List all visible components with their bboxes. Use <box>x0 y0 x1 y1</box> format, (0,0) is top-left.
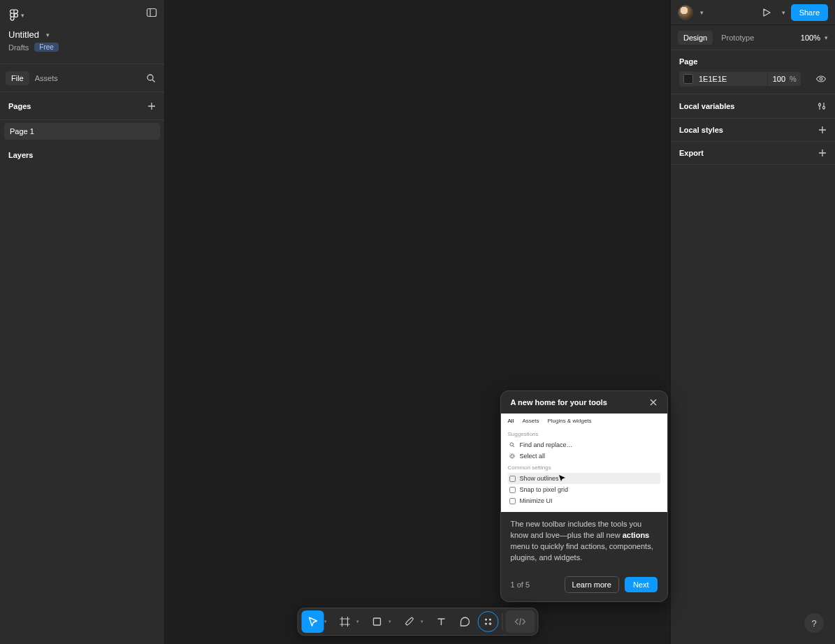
share-button[interactable]: Share <box>791 4 828 21</box>
present-chevron-icon[interactable]: ▾ <box>782 9 785 16</box>
svg-point-3 <box>147 75 153 80</box>
preview-common-row: Show outlines <box>508 473 660 484</box>
layers-label: Layers <box>0 142 164 168</box>
preview-tab-plugins: Plugins & widgets <box>547 418 591 424</box>
close-icon[interactable] <box>649 398 658 407</box>
page-section: Page % <box>671 50 835 94</box>
svg-point-6 <box>818 103 820 105</box>
dev-mode-toggle[interactable] <box>505 610 535 633</box>
visibility-icon[interactable] <box>815 73 827 85</box>
checkbox-icon <box>509 498 516 504</box>
opacity-field[interactable] <box>767 72 788 86</box>
actions-tool[interactable] <box>477 611 498 632</box>
local-styles-section[interactable]: Local styles <box>671 119 835 142</box>
background-color-input[interactable]: % <box>679 71 801 87</box>
move-tool-chevron-icon[interactable]: ▾ <box>324 619 330 624</box>
preview-common-row: Minimize UI <box>508 495 660 506</box>
toolbar-divider <box>502 613 502 630</box>
preview-common-label: Common settings <box>508 464 660 471</box>
preview-tab-all: All <box>508 418 514 424</box>
add-export-icon[interactable] <box>818 149 827 157</box>
free-badge[interactable]: Free <box>34 43 59 52</box>
color-swatch <box>683 74 693 84</box>
cursor-icon <box>558 474 656 482</box>
checkbox-icon <box>509 487 516 493</box>
tab-assets[interactable]: Assets <box>29 71 64 85</box>
pages-label: Pages <box>8 102 31 110</box>
add-style-icon[interactable] <box>818 126 827 134</box>
tab-prototype[interactable]: Prototype <box>716 31 760 45</box>
svg-rect-1 <box>147 9 157 17</box>
select-all-icon <box>509 453 516 460</box>
svg-rect-12 <box>373 618 380 625</box>
svg-point-14 <box>488 618 491 620</box>
text-tool[interactable] <box>430 610 452 633</box>
comment-tool[interactable] <box>453 610 476 633</box>
add-page-icon[interactable] <box>147 102 156 110</box>
local-styles-label: Local styles <box>679 126 723 134</box>
zoom-chevron-icon: ▾ <box>825 34 828 41</box>
pen-tool[interactable] <box>398 610 420 633</box>
svg-point-13 <box>484 618 486 620</box>
popover-preview: All Assets Plugins & widgets Suggestions… <box>501 414 667 512</box>
color-hex-field[interactable] <box>693 72 767 86</box>
preview-suggestions-label: Suggestions <box>508 431 660 437</box>
shape-tool-chevron-icon[interactable]: ▾ <box>389 619 394 624</box>
shape-tool[interactable] <box>365 610 388 633</box>
next-button[interactable]: Next <box>625 577 658 592</box>
main-menu-chevron-icon[interactable]: ▾ <box>21 12 24 19</box>
checkbox-icon <box>509 476 516 482</box>
present-icon[interactable] <box>758 4 775 21</box>
tab-file[interactable]: File <box>6 71 29 85</box>
page-section-label: Page <box>679 57 697 66</box>
zoom-value: 100% <box>801 34 820 42</box>
document-location[interactable]: Drafts <box>8 43 29 52</box>
right-topbar: ▾ ▾ Share <box>671 0 835 25</box>
avatar[interactable] <box>678 5 693 20</box>
export-section[interactable]: Export <box>671 142 835 165</box>
zoom-control[interactable]: 100% ▾ <box>801 34 828 42</box>
avatar-chevron-icon[interactable]: ▾ <box>700 9 704 16</box>
figma-logo-icon[interactable] <box>8 10 20 21</box>
doc-title-chevron-icon[interactable]: ▾ <box>46 31 50 38</box>
design-prototype-tabs: Design Prototype 100% ▾ <box>671 25 835 50</box>
step-indicator: 1 of 5 <box>511 580 530 589</box>
svg-point-8 <box>510 443 514 446</box>
help-icon: ? <box>811 618 816 629</box>
preview-suggestion-row: Find and replace… <box>508 439 660 451</box>
local-variables-label: Local variables <box>679 102 735 110</box>
document-title[interactable]: Untitled ▾ <box>8 29 156 40</box>
frame-tool[interactable] <box>333 610 356 633</box>
svg-point-5 <box>820 78 822 80</box>
svg-point-7 <box>822 106 825 108</box>
svg-point-10 <box>511 455 514 458</box>
preview-tab-assets: Assets <box>522 418 539 424</box>
svg-line-4 <box>152 80 154 82</box>
export-label: Export <box>679 149 704 157</box>
help-button[interactable]: ? <box>804 613 824 633</box>
popover-body: The new toolbar includes the tools you k… <box>501 512 667 571</box>
learn-more-button[interactable]: Learn more <box>565 576 619 593</box>
tab-design[interactable]: Design <box>678 31 713 45</box>
page-item[interactable]: Page 1 <box>4 123 160 140</box>
svg-line-9 <box>513 446 514 447</box>
left-header: ▾ Untitled ▾ Drafts Free <box>0 0 164 64</box>
bottom-toolbar: ▾ ▾ ▾ ▾ <box>297 608 538 636</box>
document-title-text: Untitled <box>8 29 39 40</box>
pen-tool-chevron-icon[interactable]: ▾ <box>421 619 426 624</box>
panel-toggle-icon[interactable] <box>146 7 157 18</box>
variables-settings-icon[interactable] <box>817 101 827 111</box>
file-assets-tabs: File Assets <box>0 64 164 92</box>
right-panel: ▾ ▾ Share Design Prototype 100% ▾ Page % <box>670 0 835 644</box>
left-panel: ▾ Untitled ▾ Drafts Free File Assets Pag… <box>0 0 165 644</box>
pages-section-header: Pages <box>0 92 164 120</box>
preview-common-row: Snap to pixel grid <box>508 484 660 495</box>
local-variables-section[interactable]: Local variables <box>671 94 835 119</box>
move-tool[interactable] <box>301 610 324 633</box>
svg-point-0 <box>15 14 18 17</box>
popover-title: A new home for your tools <box>511 398 607 407</box>
search-icon[interactable] <box>146 73 156 83</box>
search-icon <box>509 442 516 448</box>
onboarding-popover: A new home for your tools All Assets Plu… <box>500 390 668 602</box>
frame-tool-chevron-icon[interactable]: ▾ <box>356 619 362 624</box>
